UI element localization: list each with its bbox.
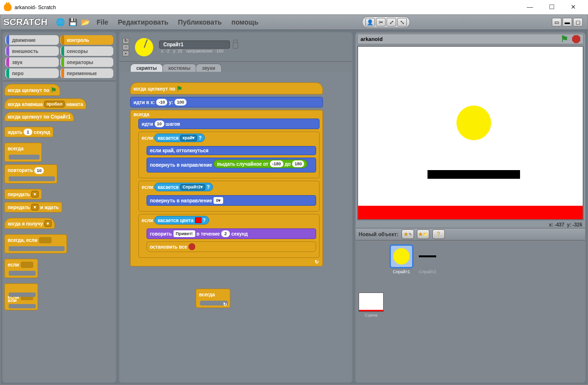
stage-header: arkanoid ⚑ xyxy=(357,34,584,44)
rotate-mode-2[interactable]: ↔ xyxy=(122,44,129,50)
stop-button-icon[interactable] xyxy=(572,35,580,43)
s-if-color[interactable]: если касается цвета ? говорить Привет! в… xyxy=(138,214,320,258)
blk-broadcast-wait[interactable]: передать ▾ и ждать xyxy=(4,202,62,212)
cut-icon[interactable]: ✂ xyxy=(376,18,386,27)
menu-publish[interactable]: Публиковать xyxy=(174,17,226,27)
cat-sound[interactable]: звук xyxy=(5,57,59,67)
stage-canvas[interactable] xyxy=(357,46,584,220)
tab-costumes[interactable]: костюмы xyxy=(162,64,197,72)
stamp-icon[interactable]: 👤 xyxy=(365,18,375,27)
cat-motion[interactable]: движение xyxy=(5,35,59,45)
scripts-panel: ↻ ↔ • x: -2 y: 25 направление: -160 xyxy=(119,32,353,383)
presentation-icon[interactable]: ▢ xyxy=(573,18,583,27)
random-sprite-icon[interactable]: ? xyxy=(432,229,445,239)
cat-pen[interactable]: перо xyxy=(5,68,59,78)
paint-new-icon[interactable]: ★✎ xyxy=(401,229,414,239)
cat-control[interactable]: контроль xyxy=(60,35,114,45)
app-window: SCRATCH 🌐 💾 📂 File Редактировать Публико… xyxy=(0,14,588,385)
blk-forever-if[interactable]: всегда, если xyxy=(4,234,67,253)
blk-if[interactable]: если xyxy=(4,259,38,278)
menu-bar: SCRATCH 🌐 💾 📂 File Редактировать Публико… xyxy=(0,15,588,30)
minimize-button[interactable]: — xyxy=(519,0,541,14)
large-stage-icon[interactable]: ▬ xyxy=(562,18,572,27)
tab-sounds[interactable]: звуки xyxy=(196,64,222,72)
block-palette: когда щелкнут по ⚑ когда клавиша пробел … xyxy=(3,81,116,382)
script-loose-forever[interactable]: всегда↻ xyxy=(196,289,230,310)
menu-file[interactable]: File xyxy=(93,17,112,27)
rotate-mode-3[interactable]: • xyxy=(122,51,129,56)
blk-repeat[interactable]: повторить 10 xyxy=(4,164,57,184)
sprite-item-1[interactable]: Спрайт1 xyxy=(389,244,414,274)
script-area[interactable]: когда щелкнут по ⚑ идти в x: -10 y: 100 … xyxy=(120,72,352,382)
sense-touch-sp2[interactable]: касается Спрайт2▾ ? xyxy=(154,183,213,191)
sprite-tabs: скрипты костюмы звуки xyxy=(120,62,352,72)
cat-operators[interactable]: операторы xyxy=(60,57,114,67)
maximize-button[interactable]: ☐ xyxy=(541,0,562,14)
cat-looks[interactable]: внешность xyxy=(5,46,59,56)
small-stage-icon[interactable]: ▭ xyxy=(552,18,561,27)
stage-floor xyxy=(358,206,583,219)
cat-sensing[interactable]: сенсоры xyxy=(60,46,114,56)
sprite-thumb xyxy=(133,36,155,58)
shrink-icon[interactable]: ⤡ xyxy=(397,18,407,27)
menu-edit[interactable]: Редактировать xyxy=(114,17,173,27)
s-bounce[interactable]: если край, оттолкнуться xyxy=(147,146,316,155)
blk-forever[interactable]: всегда xyxy=(4,143,42,162)
stage-coords: x: -437 y: -326 xyxy=(356,222,585,228)
s-when-flag[interactable]: когда щелкнут по ⚑ xyxy=(130,82,323,94)
script-stack-main[interactable]: когда щелкнут по ⚑ идти в x: -10 y: 100 … xyxy=(130,82,323,269)
app-icon xyxy=(4,3,12,11)
save-icon[interactable]: 💾 xyxy=(67,17,78,27)
s-move[interactable]: идти 10 шагов xyxy=(138,119,320,129)
blk-when-flag[interactable]: когда щелкнут по ⚑ xyxy=(4,84,60,96)
op-random[interactable]: выдать случайное от -180 до 180 xyxy=(214,159,307,168)
blocks-panel: движение контроль внешность сенсоры звук… xyxy=(2,32,117,383)
stage-ball[interactable] xyxy=(456,106,491,140)
lock-icon[interactable] xyxy=(233,42,238,49)
s-say[interactable]: говорить Привет! в течение 2 секунд xyxy=(147,228,316,239)
close-button[interactable]: ✕ xyxy=(562,0,584,14)
import-sprite-icon[interactable]: ★📁 xyxy=(417,229,429,239)
green-flag-icon: ⚑ xyxy=(51,86,57,94)
blk-wait[interactable]: ждать 1 секунд xyxy=(4,127,53,137)
s-goto[interactable]: идти в x: -10 y: 100 xyxy=(130,97,323,107)
s-loose-forever[interactable]: всегда↻ xyxy=(196,289,230,308)
sprite-item-2[interactable]: Спрайт2 xyxy=(415,244,440,274)
menu-help[interactable]: помощь xyxy=(227,17,262,27)
blk-if-else[interactable]: если или xyxy=(4,283,38,310)
grow-icon[interactable]: ⤢ xyxy=(387,18,396,27)
stage-paddle[interactable] xyxy=(428,170,520,179)
s-if-sprite2[interactable]: если касается Спрайт2▾ ? повернуть в нап… xyxy=(138,181,320,212)
stage-panel: arkanoid ⚑ x: -437 y: -326 Новый объект:… xyxy=(355,32,586,383)
window-title: arkanoid- Scratch xyxy=(14,4,56,10)
sprite-info-bar: ↻ ↔ • x: -2 y: 25 направление: -160 xyxy=(120,33,352,62)
language-icon[interactable]: 🌐 xyxy=(55,17,66,27)
scratch-logo: SCRATCH xyxy=(3,17,47,27)
s-point-0[interactable]: повернуть в направление 0▾ xyxy=(147,195,316,206)
sprite-name-field[interactable] xyxy=(159,40,230,49)
sense-touch-edge[interactable]: касается край▾ ? xyxy=(154,133,205,142)
os-titlebar: arkanoid- Scratch — ☐ ✕ xyxy=(0,0,588,14)
category-grid: движение контроль внешность сенсоры звук… xyxy=(3,33,116,81)
new-object-bar: Новый объект: ★✎ ★📁 ? xyxy=(356,228,585,240)
open-icon[interactable]: 📂 xyxy=(80,17,91,27)
s-point-random[interactable]: повернуть в направление выдать случайное… xyxy=(147,158,316,173)
blk-broadcast[interactable]: передать ▾ xyxy=(4,189,42,199)
s-forever[interactable]: всегда идти 10 шагов если касается край▾… xyxy=(130,110,323,266)
sense-touch-color[interactable]: касается цвета ? xyxy=(154,216,209,225)
blk-when-sprite[interactable]: когда щелкнут по Спрайт1 xyxy=(4,112,74,121)
cat-variables[interactable]: переменные xyxy=(60,68,114,78)
s-stop-all[interactable]: остановить все xyxy=(147,241,316,252)
run-flag-icon[interactable]: ⚑ xyxy=(561,34,568,44)
tab-scripts[interactable]: скрипты xyxy=(130,64,163,72)
sprite-list: Спрайт1 Спрайт2 Сцена xyxy=(356,240,585,382)
rotate-mode-1[interactable]: ↻ xyxy=(122,38,129,44)
blk-when-receive[interactable]: когда я получу ▾ xyxy=(4,218,55,229)
stop-icon xyxy=(188,243,195,250)
blk-when-key[interactable]: когда клавиша пробел нажата xyxy=(4,98,86,109)
s-if-edge[interactable]: если касается край▾ ? если край, оттолкн… xyxy=(138,132,320,178)
stage-tools: 👤 ✂ ⤢ ⤡ xyxy=(362,16,410,28)
view-mode-buttons: ▭ ▬ ▢ xyxy=(552,18,583,27)
scene-item[interactable]: Сцена xyxy=(359,292,384,382)
new-object-label: Новый объект: xyxy=(359,231,399,237)
